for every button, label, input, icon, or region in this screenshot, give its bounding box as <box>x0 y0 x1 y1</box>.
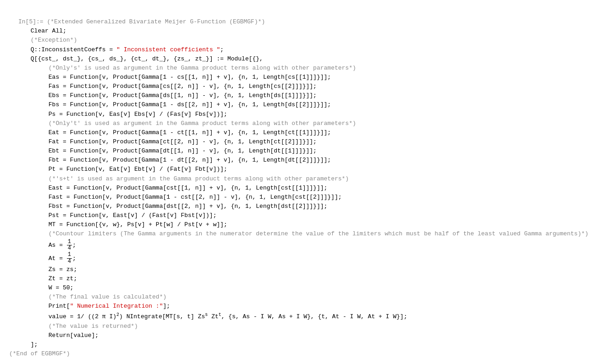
line-mt: MT = Function[{v, w}, Ps[v] + Pt[w] / Ps… <box>9 221 227 228</box>
line-comment-s: (*Only's' is used as argument in the Gam… <box>9 65 356 71</box>
line-zt: Zt = zt; <box>9 275 77 282</box>
line-print: Print[" Numerical Integration :"]; <box>9 303 170 310</box>
line-inconsistent: Q::InconsistentCoeffs = " Inconsistent c… <box>9 46 224 53</box>
line-as: As = 14; <box>9 242 76 249</box>
line-exception-comment: (*Exception*) <box>9 37 77 43</box>
line-return: Return[value]; <box>9 332 99 339</box>
line-comment-returned: (*The value is returned*) <box>9 323 138 330</box>
line-close-bracket: ]; <box>9 341 38 348</box>
line-comment-end: (*End of EGBMGF*) <box>9 350 70 357</box>
line-comment-t: (*Only't' is used as argument in the Gam… <box>9 120 356 127</box>
line-ps: Ps = Function[v, Eas[v] Ebs[v] / (Fas[v]… <box>9 111 227 118</box>
line-fast: Fast = Function[v, Product[Gamma[1 - cst… <box>9 194 342 201</box>
line-east: East = Function[v, Product[Gamma[cst[[1,… <box>9 185 327 191</box>
line-fat: Fat = Function[v, Product[Gamma[ct[[2, n… <box>9 138 317 145</box>
line-pt: Pt = Function[v, Eat[v] Ebt[v] / (Fat[v]… <box>9 166 227 173</box>
line-fbs: Fbs = Function[v, Product[Gamma[1 - ds[[… <box>9 101 331 108</box>
line-at: At = 14; <box>9 255 76 262</box>
line-clearall: Clear All; <box>9 27 66 34</box>
line-eas: Eas = Function[v, Product[Gamma[1 - cs[[… <box>9 74 331 81</box>
cell-label: In[5]:= <box>9 18 47 25</box>
line-value: value = 1/ ((2 π I)2) NIntegrate[MT[s, t… <box>9 313 407 320</box>
comment-egbmgf: (*Extended Generalized Bivariate Meijer … <box>47 18 265 25</box>
line-comment-final: (*The final value is calculated*) <box>9 293 166 300</box>
line-comment-st: (*'s+t' is used as argument in the Gamma… <box>9 175 349 182</box>
line-fbt: Fbt = Function[v, Product[Gamma[1 - dt[[… <box>9 157 331 163</box>
line-eat: Eat = Function[v, Product[Gamma[1 - ct[[… <box>9 129 331 136</box>
line-module-def: Q[{cst_, dst_}, {cs_, ds_}, {ct_, dt_}, … <box>9 55 263 62</box>
line-fas: Fas = Function[v, Product[Gamma[cs[[2, n… <box>9 83 317 90</box>
line-comment-contour: (*Countour limiters (The Gamma arguments… <box>9 230 588 237</box>
line-zs: Zs = zs; <box>9 266 77 273</box>
line-fbst: Fbst = Function[v, Product[Gamma[dst[[2,… <box>9 203 327 210</box>
code-block: In[5]:= (*Extended Generalized Bivariate… <box>0 5 616 362</box>
line-ebs: Ebs = Function[v, Product[Gamma[ds[[1, n… <box>9 92 317 99</box>
line-w: W = 50; <box>9 284 73 291</box>
line-ebt: Ebt = Function[v, Product[Gamma[dt[[1, n… <box>9 147 317 154</box>
line-pst: Pst = Function[v, East[v] / (Fast[v] Fbs… <box>9 212 216 219</box>
